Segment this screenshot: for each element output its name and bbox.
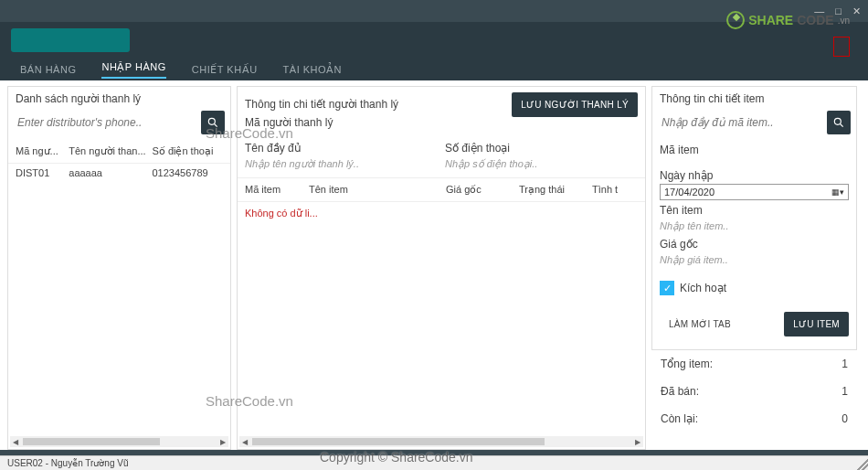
logo-text2: CODE [797, 13, 833, 27]
brand-logo: SHARECODE.vn [726, 11, 850, 29]
stat-remain-label: Còn lại: [661, 412, 698, 425]
stat-total-value: 1 [842, 358, 848, 370]
horizontal-scrollbar[interactable]: ◀ ▶ [10, 436, 228, 447]
col-item-price: Giá gốc [446, 184, 519, 196]
distributor-table-header: Mã ngư... Tên người than... Số điện thoạ… [8, 140, 230, 164]
distributor-detail-panel: Thông tin chi tiết người thanh lý Mã ngư… [237, 86, 646, 450]
reset-tab-button[interactable]: LÀM MỚI TAB [660, 312, 740, 336]
tab-nhap-hang[interactable]: NHẬP HÀNG [101, 61, 165, 79]
col-item-status: Trạng thái [519, 184, 592, 196]
date-value: 17/04/2020 [664, 187, 715, 198]
stat-remain-value: 0 [842, 412, 848, 425]
scroll-thumb[interactable] [252, 438, 545, 445]
stat-sold-value: 1 [842, 385, 848, 398]
stat-remain: Còn lại: 0 [651, 405, 857, 433]
resize-grip[interactable] [857, 459, 868, 470]
calendar-icon[interactable]: ▦▾ [831, 187, 844, 197]
items-table-header: Mã item Tên item Giá gốc Trạng thái Tình… [238, 177, 645, 202]
col-code: Mã ngư... [16, 145, 65, 157]
stat-sold: Đã bán: 1 [651, 378, 857, 405]
items-empty-message: Không có dữ li... [238, 202, 645, 225]
search-icon [206, 116, 219, 129]
svg-point-0 [208, 118, 215, 124]
svg-point-2 [834, 118, 841, 124]
search-icon [832, 116, 845, 129]
svg-line-1 [215, 124, 217, 127]
save-distributor-button[interactable]: LƯU NGƯỜI THANH LÝ [512, 92, 638, 117]
stat-total-label: Tổng item: [661, 358, 713, 370]
item-search-button[interactable] [827, 111, 851, 134]
item-name-input[interactable]: Nhập tên item.. [660, 219, 849, 234]
phone-label: Số điện thoại [445, 142, 638, 155]
distributor-code-label: Mã người thanh lý [245, 116, 406, 129]
item-price-label: Giá gốc [660, 238, 849, 251]
phone-input[interactable]: Nhập số điện thoại.. [445, 156, 638, 172]
scroll-right-arrow[interactable]: ▶ [217, 436, 228, 447]
distributor-table-row[interactable]: DIST01 aaaaaa 0123456789 [8, 164, 230, 182]
active-checkbox[interactable]: ✓ [660, 281, 674, 295]
col-item-name: Tên item [309, 184, 446, 196]
window-close[interactable]: ✕ [852, 5, 861, 17]
fullname-input[interactable]: Nhập tên người thanh lý.. [245, 156, 438, 172]
svg-line-3 [841, 124, 843, 127]
item-date-label: Ngày nhập [660, 169, 849, 182]
col-item-state: Tình t [592, 184, 638, 196]
logo-text1: SHARE [748, 13, 793, 27]
fullname-label: Tên đầy đủ [245, 142, 438, 155]
scroll-right-arrow[interactable]: ▶ [632, 436, 643, 447]
item-detail-title: Thông tin chi tiết item [652, 87, 856, 111]
distributor-list-panel: Danh sách người thanh lý Mã ngư... Tên n… [7, 86, 231, 450]
item-code-search-input[interactable] [660, 111, 823, 134]
distributor-detail-title: Thông tin chi tiết người thanh lý [245, 92, 406, 116]
tab-chiet-khau[interactable]: CHIẾT KHẤU [192, 64, 258, 76]
distributor-search-input[interactable] [16, 111, 197, 134]
item-date-input[interactable]: 17/04/2020 ▦▾ [660, 184, 849, 200]
stat-sold-label: Đã bán: [661, 385, 699, 398]
active-label: Kích hoạt [680, 282, 726, 294]
cell-name: aaaaaa [69, 167, 148, 178]
statusbar: USER02 - Nguyễn Trường Vũ [0, 455, 868, 470]
distributor-search-button[interactable] [201, 111, 225, 134]
notification-badge-icon[interactable] [833, 37, 850, 57]
scroll-thumb[interactable] [23, 438, 160, 445]
main-tabs: BÁN HÀNG NHẬP HÀNG CHIẾT KHẤU TÀI KHOẢN [0, 59, 868, 80]
cell-code: DIST01 [16, 167, 65, 178]
scroll-left-arrow[interactable]: ◀ [10, 436, 21, 447]
tab-ban-hang[interactable]: BÁN HÀNG [20, 64, 76, 75]
cell-phone: 0123456789 [152, 167, 223, 178]
save-item-button[interactable]: LƯU ITEM [784, 312, 849, 336]
col-name: Tên người than... [69, 145, 148, 157]
col-item-code: Mã item [245, 184, 309, 196]
col-phone: Số điện thoại [152, 145, 223, 157]
item-detail-panel: Thông tin chi tiết item Mã item Ngày nhậ… [651, 86, 857, 450]
item-name-label: Tên item [660, 204, 849, 217]
scroll-left-arrow[interactable]: ◀ [239, 436, 250, 447]
stat-total: Tổng item: 1 [651, 350, 857, 378]
header-primary-button[interactable] [11, 28, 130, 52]
logo-suffix: .vn [838, 16, 850, 26]
horizontal-scrollbar[interactable]: ◀ ▶ [239, 436, 643, 447]
item-code-label: Mã item [660, 144, 849, 156]
item-price-input[interactable]: Nhập giá item.. [660, 252, 849, 268]
main-content: Danh sách người thanh lý Mã ngư... Tên n… [0, 80, 868, 450]
distributor-list-title: Danh sách người thanh lý [8, 87, 230, 111]
logo-icon [726, 11, 745, 29]
tab-tai-khoan[interactable]: TÀI KHOẢN [283, 64, 342, 76]
